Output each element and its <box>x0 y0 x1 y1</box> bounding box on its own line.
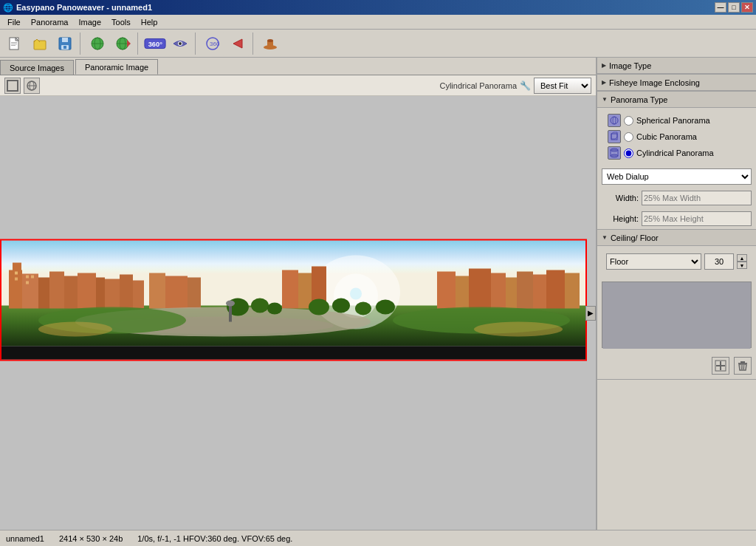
svg-rect-90 <box>603 282 751 349</box>
svg-rect-36 <box>9 270 22 308</box>
svg-point-26 <box>267 39 273 42</box>
fisheye-section: ▶ Fisheye Image Enclosing <box>597 75 756 92</box>
canvas-area: ▶ <box>0 96 596 530</box>
panorama-type-content: Spherical Panorama Cubic Panorama <box>597 108 756 165</box>
svg-rect-4 <box>11 45 16 46</box>
toolbar-separator-4 <box>252 33 255 55</box>
fit-dropdown[interactable]: Best Fit Fit Width Fit Height 100% <box>534 78 591 94</box>
width-input[interactable] <box>642 191 752 205</box>
arrow-button[interactable] <box>226 32 250 55</box>
minimize-button[interactable]: — <box>715 2 726 13</box>
titlebar-controls: — □ ✕ <box>715 2 753 13</box>
panorama-type-header[interactable]: ▼ Panorama Type <box>597 92 756 108</box>
menu-tools[interactable]: Tools <box>107 16 135 28</box>
eye-button[interactable] <box>168 32 192 55</box>
ceiling-floor-section: ▼ Ceiling/ Floor Floor Ceiling ▲ ▼ <box>597 230 756 380</box>
ceiling-floor-header[interactable]: ▼ Ceiling/ Floor <box>597 230 756 246</box>
spherical-panorama-row: Spherical Panorama <box>602 112 752 129</box>
360-view-button[interactable]: 360° <box>143 32 167 55</box>
svg-point-75 <box>332 298 350 313</box>
cylindrical-radio[interactable] <box>624 149 633 158</box>
tab-panoramic-image[interactable]: Panoramic Image <box>75 59 158 75</box>
open-button[interactable] <box>28 32 52 55</box>
spherical-icon <box>608 114 621 127</box>
preview-svg <box>602 282 751 349</box>
app-title: Easypano Panoweaver - unnamed1 <box>16 3 152 12</box>
svg-rect-50 <box>282 270 298 308</box>
svg-rect-65 <box>26 281 29 284</box>
svg-line-96 <box>741 365 742 369</box>
ceiling-floor-row: Floor Ceiling ▲ ▼ <box>602 250 752 273</box>
globe-button-2[interactable] <box>111 32 134 55</box>
fit-wrench-icon: 🔧 <box>520 81 531 91</box>
add-icon-button[interactable] <box>712 357 729 375</box>
svg-point-76 <box>355 301 371 315</box>
image-type-label: Image Type <box>609 61 651 70</box>
close-button[interactable]: ✕ <box>741 2 753 13</box>
status-dimensions: 2414 × 530 × 24b <box>59 534 123 543</box>
tab-source-images[interactable]: Source Images <box>0 60 74 75</box>
svg-rect-54 <box>456 276 469 308</box>
svg-rect-53 <box>437 271 456 308</box>
fisheye-header[interactable]: ▶ Fisheye Image Enclosing <box>597 75 756 91</box>
svg-rect-42 <box>78 273 96 308</box>
image-type-arrow: ▶ <box>602 62 606 69</box>
svg-text:360°: 360° <box>148 40 163 47</box>
globe-button-1[interactable] <box>86 32 109 55</box>
svg-point-77 <box>376 299 395 314</box>
fisheye-label: Fisheye Image Enclosing <box>609 78 700 87</box>
spherical-label: Spherical Panorama <box>636 116 710 125</box>
360-deg-button[interactable]: 360 <box>201 32 224 55</box>
toolbar-separator-1 <box>80 33 83 55</box>
save-button[interactable] <box>53 32 77 55</box>
right-panel: ▶ Image Type ▶ Fisheye Image Enclosing ▼… <box>597 58 756 530</box>
quality-dropdown[interactable]: Web Dialup Web Broadband High Quality Be… <box>602 168 752 185</box>
titlebar-left: 🌐 Easypano Panoweaver - unnamed1 <box>3 3 152 13</box>
svg-rect-39 <box>38 277 49 308</box>
ceiling-floor-arrow: ▼ <box>602 234 608 241</box>
image-preview <box>602 281 752 348</box>
new-button[interactable] <box>3 32 27 55</box>
canvas-tool-rect[interactable] <box>4 78 21 94</box>
panorama-type-section: ▼ Panorama Type Spherical Panorama <box>597 92 756 230</box>
ceiling-floor-value[interactable] <box>704 253 734 270</box>
image-type-section: ▶ Image Type <box>597 58 756 75</box>
canvas-scroll-arrow[interactable]: ▶ <box>585 306 596 321</box>
canvas-tool-sphere[interactable] <box>24 78 40 94</box>
panorama-svg <box>1 240 587 361</box>
left-panel: Source Images Panoramic Image Cylindrica… <box>0 58 597 530</box>
cubic-radio[interactable] <box>624 132 633 142</box>
svg-rect-66 <box>31 275 34 278</box>
menu-file[interactable]: File <box>3 16 25 28</box>
svg-text:360: 360 <box>210 41 220 47</box>
menu-panorama[interactable]: Panorama <box>27 16 73 28</box>
image-type-header[interactable]: ▶ Image Type <box>597 58 756 74</box>
panorama-type-arrow: ▼ <box>602 96 608 103</box>
svg-rect-58 <box>517 271 533 308</box>
spin-up[interactable]: ▲ <box>737 254 747 262</box>
svg-rect-44 <box>105 279 120 308</box>
spin-down[interactable]: ▼ <box>737 262 747 269</box>
app-icon: 🌐 <box>3 3 13 13</box>
svg-point-82 <box>474 321 563 336</box>
svg-marker-16 <box>127 40 131 47</box>
cylindrical-icon <box>608 146 621 160</box>
menu-image[interactable]: Image <box>75 16 106 28</box>
svg-point-73 <box>267 302 282 314</box>
svg-rect-49 <box>188 277 201 308</box>
svg-rect-46 <box>133 280 144 308</box>
ceiling-floor-select[interactable]: Floor Ceiling <box>606 253 701 270</box>
toolbar: 360° 360 <box>0 30 756 58</box>
spherical-radio[interactable] <box>624 116 633 126</box>
hat-button[interactable] <box>258 32 282 55</box>
svg-rect-55 <box>469 268 491 308</box>
delete-icon-button[interactable] <box>734 357 752 375</box>
menu-help[interactable]: Help <box>137 16 162 28</box>
maximize-button[interactable]: □ <box>728 2 740 13</box>
ceiling-floor-spinner: ▲ ▼ <box>737 254 747 269</box>
svg-rect-92 <box>720 361 721 370</box>
height-input[interactable] <box>642 211 752 226</box>
svg-rect-48 <box>165 276 188 308</box>
cylindrical-label: Cylindrical Panorama <box>636 149 714 157</box>
statusbar: unnamed1 2414 × 530 × 24b 1/0s, f/-1, -1… <box>0 530 756 546</box>
